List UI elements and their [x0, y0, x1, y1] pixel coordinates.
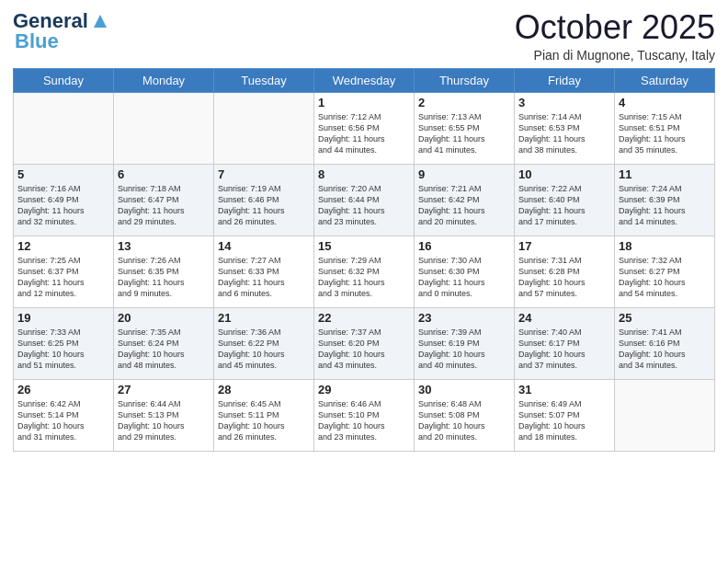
day-info: Sunrise: 7:37 AM Sunset: 6:20 PM Dayligh… — [318, 327, 410, 372]
table-row: 10Sunrise: 7:22 AM Sunset: 6:40 PM Dayli… — [515, 164, 615, 236]
logo: General Blue — [13, 9, 110, 53]
day-info: Sunrise: 7:18 AM Sunset: 6:47 PM Dayligh… — [118, 183, 210, 228]
location-subtitle: Pian di Mugnone, Tuscany, Italy — [515, 48, 715, 63]
day-info: Sunrise: 7:24 AM Sunset: 6:39 PM Dayligh… — [619, 183, 711, 228]
day-number: 11 — [619, 167, 711, 181]
day-info: Sunrise: 6:46 AM Sunset: 5:10 PM Dayligh… — [318, 398, 410, 443]
table-row — [14, 92, 114, 164]
day-info: Sunrise: 7:19 AM Sunset: 6:46 PM Dayligh… — [218, 183, 310, 228]
table-row: 31Sunrise: 6:49 AM Sunset: 5:07 PM Dayli… — [515, 379, 615, 451]
day-info: Sunrise: 7:33 AM Sunset: 6:25 PM Dayligh… — [17, 327, 109, 372]
table-row: 9Sunrise: 7:21 AM Sunset: 6:42 PM Daylig… — [415, 164, 515, 236]
day-number: 30 — [418, 383, 510, 396]
day-number: 20 — [118, 311, 210, 325]
day-info: Sunrise: 7:22 AM Sunset: 6:40 PM Dayligh… — [518, 183, 610, 228]
table-row: 29Sunrise: 6:46 AM Sunset: 5:10 PM Dayli… — [314, 379, 415, 451]
table-row — [214, 92, 314, 164]
table-row: 27Sunrise: 6:44 AM Sunset: 5:13 PM Dayli… — [114, 379, 214, 451]
day-number: 31 — [518, 383, 610, 396]
day-info: Sunrise: 7:29 AM Sunset: 6:32 PM Dayligh… — [318, 255, 410, 300]
day-info: Sunrise: 7:39 AM Sunset: 6:19 PM Dayligh… — [418, 327, 510, 372]
table-row: 16Sunrise: 7:30 AM Sunset: 6:30 PM Dayli… — [415, 236, 515, 307]
table-row: 18Sunrise: 7:32 AM Sunset: 6:27 PM Dayli… — [615, 236, 715, 307]
day-info: Sunrise: 6:44 AM Sunset: 5:13 PM Dayligh… — [118, 398, 210, 443]
day-number: 21 — [218, 311, 310, 325]
day-number: 19 — [17, 311, 109, 325]
table-row: 1Sunrise: 7:12 AM Sunset: 6:56 PM Daylig… — [314, 92, 415, 164]
day-info: Sunrise: 7:41 AM Sunset: 6:16 PM Dayligh… — [619, 327, 711, 372]
day-info: Sunrise: 7:16 AM Sunset: 6:49 PM Dayligh… — [17, 183, 109, 228]
day-number: 28 — [218, 383, 310, 396]
table-row: 21Sunrise: 7:36 AM Sunset: 6:22 PM Dayli… — [214, 307, 314, 379]
table-row: 28Sunrise: 6:45 AM Sunset: 5:11 PM Dayli… — [214, 379, 314, 451]
day-info: Sunrise: 7:20 AM Sunset: 6:44 PM Dayligh… — [318, 183, 410, 228]
table-row: 5Sunrise: 7:16 AM Sunset: 6:49 PM Daylig… — [14, 164, 114, 236]
day-info: Sunrise: 7:32 AM Sunset: 6:27 PM Dayligh… — [619, 255, 711, 300]
table-row: 14Sunrise: 7:27 AM Sunset: 6:33 PM Dayli… — [214, 236, 314, 307]
table-row: 24Sunrise: 7:40 AM Sunset: 6:17 PM Dayli… — [515, 307, 615, 379]
day-info: Sunrise: 7:27 AM Sunset: 6:33 PM Dayligh… — [218, 255, 310, 300]
day-number: 27 — [118, 383, 210, 396]
svg-marker-0 — [94, 15, 107, 28]
logo-icon — [90, 11, 110, 31]
col-monday: Monday — [114, 68, 214, 92]
day-number: 8 — [318, 167, 410, 181]
table-row: 26Sunrise: 6:42 AM Sunset: 5:14 PM Dayli… — [14, 379, 114, 451]
table-row: 12Sunrise: 7:25 AM Sunset: 6:37 PM Dayli… — [14, 236, 114, 307]
table-row: 8Sunrise: 7:20 AM Sunset: 6:44 PM Daylig… — [314, 164, 415, 236]
table-row: 22Sunrise: 7:37 AM Sunset: 6:20 PM Dayli… — [314, 307, 415, 379]
table-row: 3Sunrise: 7:14 AM Sunset: 6:53 PM Daylig… — [515, 92, 615, 164]
calendar: Sunday Monday Tuesday Wednesday Thursday… — [13, 68, 715, 452]
table-row: 17Sunrise: 7:31 AM Sunset: 6:28 PM Dayli… — [515, 236, 615, 307]
table-row: 13Sunrise: 7:26 AM Sunset: 6:35 PM Dayli… — [114, 236, 214, 307]
day-info: Sunrise: 7:15 AM Sunset: 6:51 PM Dayligh… — [619, 111, 711, 156]
col-friday: Friday — [515, 68, 615, 92]
day-info: Sunrise: 7:25 AM Sunset: 6:37 PM Dayligh… — [17, 255, 109, 300]
day-number: 4 — [619, 96, 711, 109]
day-number: 26 — [17, 383, 109, 396]
day-number: 7 — [218, 167, 310, 181]
day-number: 3 — [518, 96, 610, 109]
day-number: 18 — [619, 239, 711, 253]
table-row — [615, 379, 715, 451]
table-row — [114, 92, 214, 164]
day-number: 24 — [518, 311, 610, 325]
day-number: 5 — [17, 167, 109, 181]
day-info: Sunrise: 7:35 AM Sunset: 6:24 PM Dayligh… — [118, 327, 210, 372]
col-saturday: Saturday — [615, 68, 715, 92]
day-info: Sunrise: 7:26 AM Sunset: 6:35 PM Dayligh… — [118, 255, 210, 300]
day-number: 29 — [318, 383, 410, 396]
day-number: 22 — [318, 311, 410, 325]
day-info: Sunrise: 7:21 AM Sunset: 6:42 PM Dayligh… — [418, 183, 510, 228]
day-info: Sunrise: 7:14 AM Sunset: 6:53 PM Dayligh… — [518, 111, 610, 156]
day-info: Sunrise: 6:42 AM Sunset: 5:14 PM Dayligh… — [17, 398, 109, 443]
col-tuesday: Tuesday — [214, 68, 314, 92]
table-row: 11Sunrise: 7:24 AM Sunset: 6:39 PM Dayli… — [615, 164, 715, 236]
day-info: Sunrise: 6:49 AM Sunset: 5:07 PM Dayligh… — [518, 398, 610, 443]
day-info: Sunrise: 6:45 AM Sunset: 5:11 PM Dayligh… — [218, 398, 310, 443]
day-info: Sunrise: 7:12 AM Sunset: 6:56 PM Dayligh… — [318, 111, 410, 156]
logo-text-blue: Blue — [15, 29, 59, 53]
day-info: Sunrise: 7:40 AM Sunset: 6:17 PM Dayligh… — [518, 327, 610, 372]
table-row: 15Sunrise: 7:29 AM Sunset: 6:32 PM Dayli… — [314, 236, 415, 307]
day-number: 23 — [418, 311, 510, 325]
col-sunday: Sunday — [14, 68, 114, 92]
day-number: 15 — [318, 239, 410, 253]
day-number: 17 — [518, 239, 610, 253]
title-area: October 2025 Pian di Mugnone, Tuscany, I… — [515, 9, 715, 63]
day-info: Sunrise: 7:36 AM Sunset: 6:22 PM Dayligh… — [218, 327, 310, 372]
day-number: 14 — [218, 239, 310, 253]
table-row: 2Sunrise: 7:13 AM Sunset: 6:55 PM Daylig… — [415, 92, 515, 164]
table-row: 6Sunrise: 7:18 AM Sunset: 6:47 PM Daylig… — [114, 164, 214, 236]
day-info: Sunrise: 6:48 AM Sunset: 5:08 PM Dayligh… — [418, 398, 510, 443]
day-number: 9 — [418, 167, 510, 181]
table-row: 7Sunrise: 7:19 AM Sunset: 6:46 PM Daylig… — [214, 164, 314, 236]
day-number: 2 — [418, 96, 510, 109]
table-row: 19Sunrise: 7:33 AM Sunset: 6:25 PM Dayli… — [14, 307, 114, 379]
day-number: 25 — [619, 311, 711, 325]
day-info: Sunrise: 7:30 AM Sunset: 6:30 PM Dayligh… — [418, 255, 510, 300]
col-wednesday: Wednesday — [314, 68, 415, 92]
table-row: 25Sunrise: 7:41 AM Sunset: 6:16 PM Dayli… — [615, 307, 715, 379]
day-number: 12 — [17, 239, 109, 253]
day-info: Sunrise: 7:13 AM Sunset: 6:55 PM Dayligh… — [418, 111, 510, 156]
